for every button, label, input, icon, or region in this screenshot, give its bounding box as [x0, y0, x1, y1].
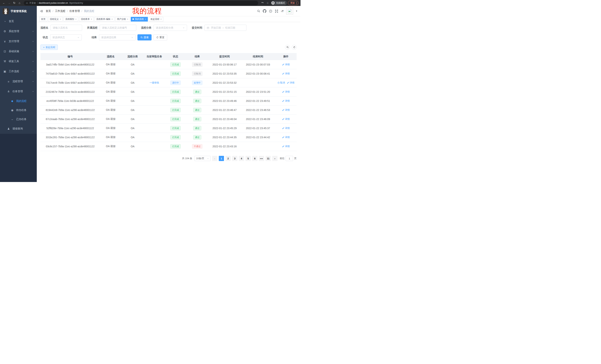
refresh-table-button[interactable]	[292, 45, 297, 50]
status-select[interactable]: 请选择状态	[50, 34, 82, 40]
close-tab-icon[interactable]: ×	[127, 18, 128, 20]
chevron-down-icon	[32, 50, 34, 52]
create-process-button[interactable]: + 发起流程	[40, 45, 58, 50]
tab-2[interactable]: 流程模型×	[63, 17, 78, 21]
tab-0[interactable]: 首页	[39, 17, 47, 21]
sidebar-item-7[interactable]: ⋔任务管理	[0, 86, 37, 96]
bookmark-star-icon[interactable]: ☆	[266, 1, 270, 5]
close-tab-icon[interactable]: ×	[160, 18, 161, 20]
status-badge: 已完成	[170, 90, 181, 94]
detail-action-link[interactable]: 详情	[282, 72, 290, 75]
page-button-5[interactable]: 5	[246, 156, 251, 161]
breadcrumb-home[interactable]: 首页	[46, 10, 51, 13]
browser-menu-icon[interactable]	[296, 2, 297, 4]
detail-action-link[interactable]: 详情	[282, 90, 290, 94]
status-badge: 进行中	[170, 80, 181, 85]
process-name-input[interactable]	[50, 25, 82, 31]
sidebar-item-3[interactable]: ⊡基础设施	[0, 46, 37, 56]
chevron-down-icon	[77, 36, 80, 38]
browser-reload-icon[interactable]: ↻	[12, 1, 16, 5]
cell-end-time: 2022-01-22 23:49:51	[241, 99, 275, 102]
browser-home-icon[interactable]: ⌂	[18, 1, 21, 5]
detail-action-link[interactable]: 详情	[282, 126, 290, 130]
sidebar-item-10[interactable]: ⌣已办任务	[0, 115, 37, 124]
cell-id: 67c2eaab-7b9a-11ec-a290-acde48001122	[40, 118, 100, 121]
search-button[interactable]: 搜索	[137, 34, 151, 40]
sidebar-item-5[interactable]: ▣工作流程	[0, 67, 37, 77]
close-tab-icon[interactable]: ×	[60, 18, 61, 20]
close-tab-icon[interactable]: ×	[91, 18, 92, 20]
detail-action-link[interactable]: 详情	[287, 81, 295, 84]
fullscreen-icon[interactable]	[275, 10, 278, 13]
close-tab-icon[interactable]: ×	[145, 18, 146, 20]
tab-1[interactable]: 流程定义×	[48, 17, 63, 21]
cell-result: 不通过	[186, 144, 208, 149]
collapse-sidebar-icon[interactable]	[40, 10, 43, 13]
reset-button[interactable]: 重置	[153, 34, 167, 40]
sidebar-item-2[interactable]: ¥支付管理	[0, 36, 37, 46]
page-button-11[interactable]: 11	[266, 156, 271, 161]
header-search-icon[interactable]	[257, 10, 260, 13]
tab-3[interactable]: 流程表单×	[79, 17, 94, 21]
user-avatar[interactable]	[286, 8, 293, 14]
column-header-5: 结果	[186, 55, 208, 58]
browser-update-button[interactable]: 更新	[288, 1, 299, 5]
submit-time-range-picker[interactable]: 开始日期 - 结束日期	[204, 25, 246, 31]
address-bar[interactable]: ⚠ 不安全 dashboard.yudao.iocoder.cn/bpm/tas…	[24, 1, 258, 5]
page-button-3[interactable]: 3	[232, 156, 237, 161]
cell-category: OA	[121, 90, 144, 93]
cell-submit-time: 2022-01-23 00:06:17	[208, 63, 241, 66]
sidebar-item-1[interactable]: ⚙系统管理	[0, 26, 37, 36]
prev-page-button[interactable]: ‹	[212, 156, 217, 161]
page-button-4[interactable]: 4	[239, 156, 244, 161]
tab-5[interactable]: 用户分组×	[115, 17, 130, 21]
close-tab-icon[interactable]: ×	[75, 18, 76, 20]
sidebar-item-9[interactable]: ◉待办任务	[0, 105, 37, 115]
breadcrumb-workflow[interactable]: 工作流程	[55, 10, 65, 13]
detail-action-link[interactable]: 详情	[282, 108, 290, 112]
detail-action-link[interactable]: 详情	[282, 117, 290, 121]
process-definition-input[interactable]	[100, 25, 136, 31]
sidebar-item-6[interactable]: ≡流程管理	[0, 77, 37, 86]
sidebar: 芋道管理系统 ◔首页⚙系统管理¥支付管理⊡基础设施⚒研发工具▣工作流程≡流程管理…	[0, 6, 37, 182]
sidebar-item-11[interactable]: ♟请假查询	[0, 124, 37, 134]
github-icon[interactable]	[263, 9, 266, 13]
detail-action-link[interactable]: 详情	[282, 63, 290, 66]
chevron-down-icon	[207, 157, 209, 160]
sidebar-item-label: 流程管理	[12, 80, 32, 83]
help-icon[interactable]: ?	[269, 10, 272, 13]
current-task-link[interactable]: 一级审批	[150, 81, 159, 84]
tab-4[interactable]: 流程表单-编辑×	[95, 17, 114, 21]
page-ellipsis[interactable]: •••	[259, 156, 264, 161]
font-size-icon[interactable]: TT	[281, 10, 284, 13]
logo-row[interactable]: 芋道管理系统	[0, 6, 37, 16]
breadcrumb-task-mgmt[interactable]: 任务管理	[70, 10, 80, 13]
tab-7[interactable]: 发起流程×	[149, 17, 163, 21]
browser-back-icon[interactable]: ←	[2, 1, 6, 5]
page-button-6[interactable]: 6	[252, 156, 257, 161]
cell-category: OA	[121, 145, 144, 148]
next-page-button[interactable]: ›	[272, 156, 278, 161]
result-select[interactable]: 请选择流结果	[99, 34, 136, 40]
sidebar-item-4[interactable]: ⚒研发工具	[0, 56, 37, 67]
cancel-action-link[interactable]: 取消	[278, 81, 285, 84]
detail-action-link[interactable]: 详情	[282, 136, 290, 139]
goto-page-input[interactable]	[286, 156, 293, 161]
page-size-select[interactable]: 10条/页	[194, 156, 210, 161]
detail-action-link[interactable]: 详情	[282, 145, 290, 148]
key-icon[interactable]	[260, 1, 264, 5]
tab-6[interactable]: 我的流程×	[131, 17, 148, 21]
category-select[interactable]: 请选择流程分类	[154, 25, 187, 31]
cell-status: 进行中	[165, 80, 186, 85]
cell-actions: 详情	[275, 99, 297, 103]
monitor-icon: ⊡	[3, 50, 7, 53]
toggle-search-button[interactable]	[285, 45, 290, 50]
sidebar-item-8[interactable]: ☻我的流程	[0, 96, 37, 105]
close-tab-icon[interactable]: ×	[111, 18, 112, 20]
page-button-1[interactable]: 1	[219, 156, 224, 161]
page-button-2[interactable]: 2	[225, 156, 231, 161]
sidebar-item-0[interactable]: ◔首页	[0, 16, 37, 26]
user-menu-caret-icon[interactable]: ▼	[296, 10, 298, 12]
browser-forward-icon[interactable]: →	[7, 1, 11, 5]
detail-action-link[interactable]: 详情	[282, 99, 290, 103]
